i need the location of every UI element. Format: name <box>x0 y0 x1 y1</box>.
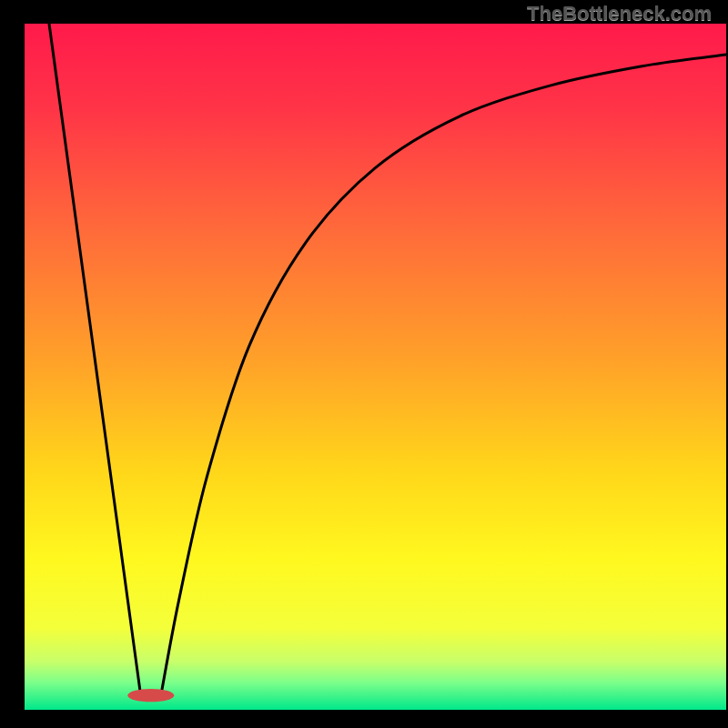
watermark-text: TheBottleneck.com <box>527 2 712 25</box>
well-marker <box>127 689 174 702</box>
chart-frame: { "watermark": "TheBottleneck.com", "cha… <box>0 0 728 728</box>
bottleneck-chart <box>0 0 728 728</box>
